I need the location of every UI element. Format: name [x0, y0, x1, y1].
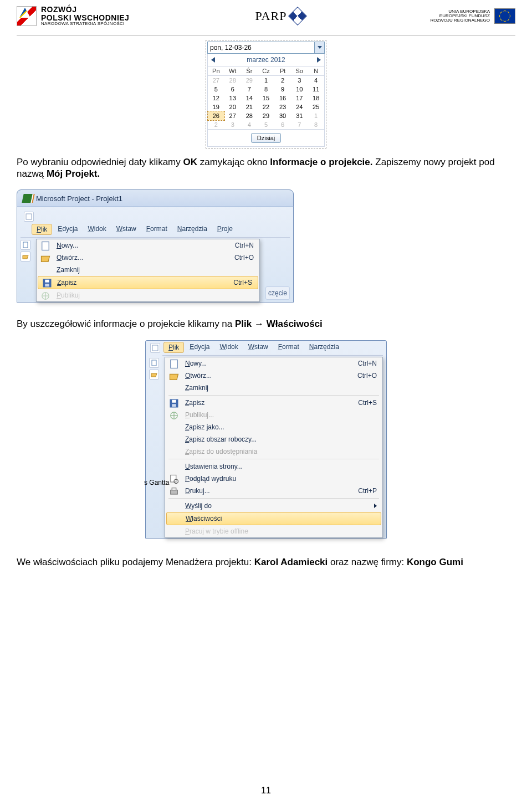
- menu-proje[interactable]: Proje: [213, 224, 237, 235]
- calendar-day-cell[interactable]: 18: [308, 94, 324, 102]
- calendar-day-cell[interactable]: 28: [241, 111, 258, 120]
- menu-item-label: Zamknij: [57, 266, 80, 274]
- menu-item-publikuj: Publikuj: [37, 289, 259, 301]
- toolbar-icon[interactable]: [150, 343, 160, 353]
- menubar[interactable]: PlikEdycjaWidokWstawFormatNarzędzia: [162, 341, 383, 356]
- menu-item-nowy-[interactable]: Nowy...Ctrl+N: [37, 239, 259, 252]
- calendar-day-cell[interactable]: 21: [241, 102, 258, 111]
- calendar-day-cell[interactable]: 29: [241, 75, 258, 85]
- open-icon[interactable]: [149, 370, 159, 380]
- menu-item-zapisz[interactable]: ZapiszCtrl+S: [165, 397, 382, 409]
- calendar-day-cell[interactable]: 9: [274, 85, 291, 94]
- calendar-day-cell[interactable]: 24: [291, 102, 308, 111]
- toolbar-icon[interactable]: [24, 212, 34, 222]
- menu-item-otwórz-[interactable]: Otwórz...Ctrl+O: [37, 252, 259, 264]
- menubar[interactable]: PlikEdycjaWidokWstawFormatNarzędziaProje: [21, 223, 290, 238]
- calendar-day-cell[interactable]: 3: [224, 120, 241, 130]
- date-picker[interactable]: marzec 2012 PnWtŚrCzPtSoN 27282912345678…: [206, 40, 326, 148]
- calendar-day-cell[interactable]: 8: [258, 85, 274, 94]
- menu-item-zamknij[interactable]: Zamknij: [165, 382, 382, 394]
- calendar-day-cell[interactable]: 6: [274, 120, 291, 130]
- menu-item-właściwości[interactable]: Właściwości: [166, 512, 381, 525]
- menu-edycja[interactable]: Edycja: [185, 342, 214, 353]
- menu-narzędzia[interactable]: Narzędzia: [173, 224, 212, 235]
- menu-item-zapisz[interactable]: ZapiszCtrl+S: [38, 276, 258, 289]
- file-menu-dropdown[interactable]: Nowy...Ctrl+NOtwórz...Ctrl+OZamknijZapis…: [165, 357, 383, 538]
- menu-plik[interactable]: Plik: [163, 342, 184, 353]
- calendar-day-cell[interactable]: 10: [291, 85, 308, 94]
- file-menu-dropdown[interactable]: Nowy...Ctrl+NOtwórz...Ctrl+OZamknijZapis…: [36, 239, 260, 302]
- menu-item-zapisz-obszar-roboczy-[interactable]: Zapisz obszar roboczy...: [165, 433, 382, 445]
- calendar-day-cell[interactable]: 5: [208, 85, 224, 94]
- open-icon[interactable]: [21, 252, 30, 262]
- calendar-day-cell[interactable]: 12: [208, 94, 224, 102]
- menu-item-label: Zapisz obszar roboczy...: [185, 435, 257, 443]
- menu-item-shortcut: Ctrl+N: [235, 242, 254, 249]
- calendar-day-cell[interactable]: 16: [274, 94, 291, 102]
- calendar-day-cell[interactable]: 1: [258, 75, 274, 85]
- menu-item-shortcut: Ctrl+O: [234, 254, 254, 262]
- date-input[interactable]: [208, 42, 314, 53]
- menu-item-otwórz-[interactable]: Otwórz...Ctrl+O: [165, 370, 382, 382]
- calendar-grid[interactable]: PnWtŚrCzPtSoN 27282912345678910111213141…: [207, 66, 325, 130]
- menu-item-pracuj-w-trybie-offline: Pracuj w trybie offline: [165, 525, 382, 537]
- menu-item-ustawienia-strony-[interactable]: Ustawienia strony...: [165, 460, 382, 473]
- prev-month-button[interactable]: [211, 57, 215, 63]
- calendar-day-cell[interactable]: 15: [258, 94, 274, 102]
- logo-development-eastpoland: ROZWÓJ POLSKI WSCHODNIEJ NARODOWA STRATE…: [17, 6, 129, 27]
- menu-item-wyślij-do[interactable]: Wyślij do: [165, 500, 382, 512]
- calendar-day-cell[interactable]: 27: [208, 75, 224, 85]
- logo-mark: [17, 6, 37, 26]
- date-dropdown-button[interactable]: [314, 42, 324, 53]
- menu-plik[interactable]: Plik: [32, 224, 52, 235]
- logo-left-line2: POLSKI WSCHODNIEJ: [41, 14, 129, 22]
- menu-item-label: Drukuj...: [185, 487, 210, 495]
- menu-item-nowy-[interactable]: Nowy...Ctrl+N: [165, 357, 382, 370]
- calendar-day-cell[interactable]: 25: [308, 102, 324, 111]
- calendar-day-cell[interactable]: 14: [241, 94, 258, 102]
- menu-format[interactable]: Format: [142, 224, 172, 235]
- menu-item-drukuj-[interactable]: Drukuj...Ctrl+P: [165, 485, 382, 497]
- calendar-day-cell[interactable]: 20: [224, 102, 241, 111]
- menu-narzędzia[interactable]: Narzędzia: [305, 342, 344, 353]
- calendar-day-cell[interactable]: 1: [308, 111, 324, 120]
- calendar-day-cell[interactable]: 11: [308, 85, 324, 94]
- menu-edycja[interactable]: Edycja: [53, 224, 82, 235]
- calendar-day-cell[interactable]: 7: [241, 85, 258, 94]
- calendar-day-cell[interactable]: 5: [258, 120, 274, 130]
- calendar-day-cell[interactable]: 7: [291, 120, 308, 130]
- calendar-day-cell[interactable]: 3: [291, 75, 308, 85]
- menu-item-zamknij[interactable]: Zamknij: [37, 264, 259, 276]
- menu-widok[interactable]: Widok: [83, 224, 110, 235]
- logo-parp: PARP: [255, 9, 304, 23]
- calendar-day-cell[interactable]: 6: [224, 85, 241, 94]
- calendar-day-cell[interactable]: 30: [274, 111, 291, 120]
- calendar-day-cell[interactable]: 4: [308, 75, 324, 85]
- menu-format[interactable]: Format: [274, 342, 304, 353]
- new-icon[interactable]: [149, 358, 159, 368]
- calendar-day-cell[interactable]: 2: [208, 120, 224, 130]
- calendar-day-cell[interactable]: 19: [208, 102, 224, 111]
- calendar-day-cell[interactable]: 26: [208, 111, 224, 120]
- calendar-day-cell[interactable]: 8: [308, 120, 324, 130]
- menu-item-zapisz-jako-[interactable]: Zapisz jako...: [165, 421, 382, 433]
- paragraph-2: By uszczegółowić informacje o projekcie …: [0, 315, 532, 330]
- new-icon[interactable]: [21, 240, 30, 250]
- calendar-day-cell[interactable]: 13: [224, 94, 241, 102]
- calendar-day-cell[interactable]: 2: [274, 75, 291, 85]
- logo-left-line3: NARODOWA STRATEGIA SPÓJNOŚCI: [41, 22, 129, 26]
- next-month-button[interactable]: [317, 57, 321, 63]
- menu-wstaw[interactable]: Wstaw: [244, 342, 273, 353]
- menu-widok[interactable]: Widok: [215, 342, 242, 353]
- calendar-day-cell[interactable]: 4: [241, 120, 258, 130]
- calendar-day-cell[interactable]: 28: [224, 75, 241, 85]
- calendar-day-cell[interactable]: 23: [274, 102, 291, 111]
- today-button[interactable]: Dzisiaj: [251, 133, 281, 143]
- menu-item-podgląd-wydruku[interactable]: Podgląd wydruku: [165, 473, 382, 485]
- calendar-day-cell[interactable]: 22: [258, 102, 274, 111]
- calendar-day-cell[interactable]: 17: [291, 94, 308, 102]
- calendar-day-cell[interactable]: 27: [224, 111, 241, 120]
- menu-wstaw[interactable]: Wstaw: [112, 224, 141, 235]
- calendar-day-cell[interactable]: 29: [258, 111, 274, 120]
- calendar-day-cell[interactable]: 31: [291, 111, 308, 120]
